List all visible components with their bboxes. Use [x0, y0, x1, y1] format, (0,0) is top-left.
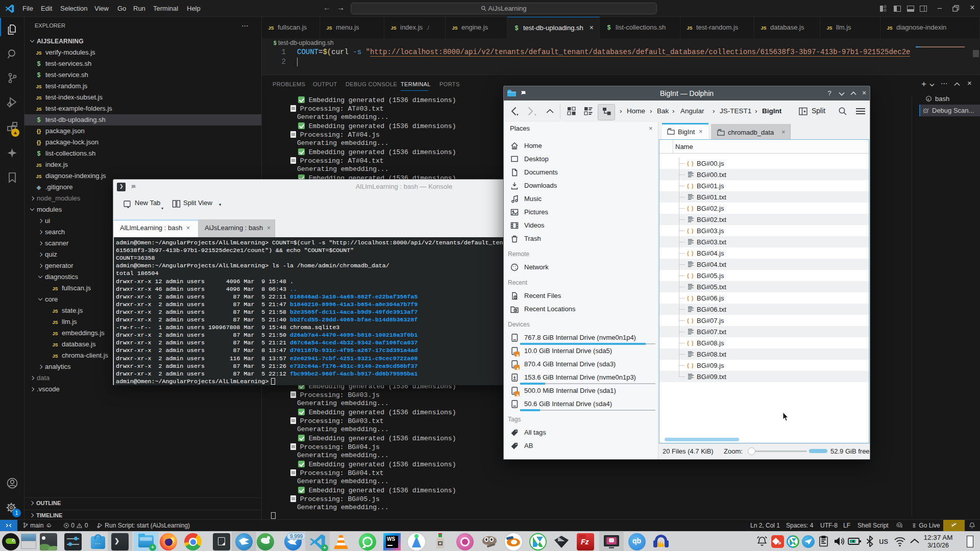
svg-text:$: $	[927, 98, 929, 102]
